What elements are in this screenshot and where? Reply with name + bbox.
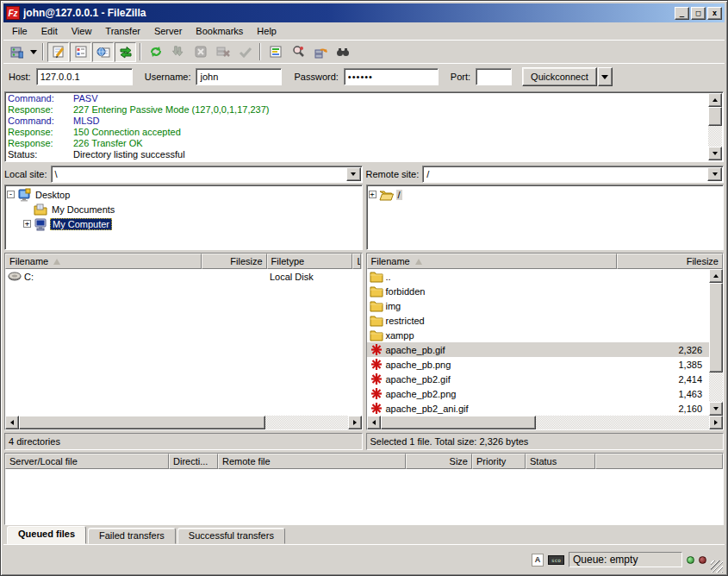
column-size[interactable]: Size bbox=[406, 454, 472, 469]
toggle-local-tree-button[interactable] bbox=[70, 42, 91, 62]
maximize-button[interactable]: □ bbox=[691, 7, 706, 20]
local-site-dropdown[interactable] bbox=[346, 167, 361, 181]
menu-help[interactable]: Help bbox=[250, 24, 283, 38]
column-filetype[interactable]: Filetype bbox=[267, 254, 353, 269]
resize-grip[interactable] bbox=[711, 560, 723, 573]
process-queue-button[interactable] bbox=[167, 42, 189, 62]
refresh-button[interactable] bbox=[145, 42, 166, 62]
remote-site-combo[interactable]: / bbox=[422, 166, 724, 183]
scroll-up-button[interactable] bbox=[709, 269, 723, 283]
column-filename[interactable]: Filename bbox=[5, 254, 202, 269]
remote-list-header: Filename Filesize bbox=[367, 254, 724, 269]
column-filename[interactable]: Filename bbox=[367, 254, 617, 269]
tab-successful-transfers[interactable]: Successful transfers bbox=[177, 528, 285, 544]
selected-tree-label[interactable]: My Computer bbox=[50, 218, 112, 230]
site-manager-button[interactable] bbox=[5, 42, 27, 62]
site-manager-dropdown[interactable] bbox=[28, 42, 39, 62]
column-filesize[interactable]: Filesize bbox=[202, 254, 267, 269]
username-input[interactable] bbox=[196, 68, 282, 85]
main-split: Local site: \ - Desktop bbox=[3, 162, 725, 450]
column-remote-file[interactable]: Remote file bbox=[218, 454, 406, 469]
queue-body[interactable] bbox=[5, 469, 723, 524]
toggle-message-log-button[interactable] bbox=[47, 42, 69, 62]
remote-site-dropdown[interactable] bbox=[707, 167, 722, 181]
menu-bookmarks[interactable]: Bookmarks bbox=[189, 24, 250, 38]
activity-led-red-icon bbox=[699, 556, 706, 564]
tree-item-my-documents[interactable]: My Documents bbox=[7, 202, 360, 216]
scroll-left-button[interactable] bbox=[367, 416, 381, 429]
local-file-row[interactable]: C: Local Disk bbox=[5, 269, 362, 284]
tree-item-my-computer[interactable]: + My Computer bbox=[7, 216, 360, 231]
local-site-bar: Local site: \ bbox=[4, 165, 363, 184]
port-input[interactable] bbox=[476, 68, 512, 85]
remote-file-row[interactable]: apache_pb2_ani.gif 2,160 bbox=[367, 401, 710, 416]
synchronized-browsing-button[interactable] bbox=[309, 42, 331, 62]
remote-file-row[interactable]: apache_pb.png 1,385 bbox=[367, 357, 710, 372]
menu-view[interactable]: View bbox=[65, 24, 99, 38]
expand-icon[interactable]: + bbox=[369, 191, 376, 198]
scrollbar-thumb[interactable] bbox=[709, 283, 723, 373]
toggle-transfer-queue-button[interactable] bbox=[115, 42, 136, 62]
menu-file[interactable]: File bbox=[5, 24, 34, 38]
tree-item-desktop[interactable]: - Desktop bbox=[7, 187, 360, 202]
compare-directories-button[interactable] bbox=[332, 42, 353, 62]
toggle-remote-tree-button[interactable] bbox=[92, 42, 114, 62]
image-file-icon bbox=[370, 373, 383, 385]
menu-server[interactable]: Server bbox=[147, 24, 189, 38]
local-site-combo[interactable]: \ bbox=[51, 166, 363, 183]
remote-file-row[interactable]: apache_pb2.gif 2,414 bbox=[367, 372, 710, 386]
tree-item-root[interactable]: + / bbox=[369, 187, 722, 202]
remote-file-row-selected[interactable]: apache_pb.gif 2,326 bbox=[367, 342, 710, 357]
scrollbar-thumb[interactable] bbox=[708, 107, 722, 126]
minimize-button[interactable]: _ bbox=[675, 7, 689, 20]
find-files-button[interactable] bbox=[287, 42, 308, 62]
remote-dir-row[interactable]: .. bbox=[367, 269, 710, 284]
password-input[interactable] bbox=[344, 68, 439, 85]
column-priority[interactable]: Priority bbox=[472, 454, 526, 469]
scroll-down-button[interactable] bbox=[708, 147, 722, 160]
scrollbar-thumb[interactable] bbox=[381, 416, 536, 429]
tab-failed-transfers[interactable]: Failed transfers bbox=[88, 528, 176, 544]
local-list-body[interactable]: C: Local Disk bbox=[5, 269, 362, 416]
scroll-left-button[interactable] bbox=[5, 416, 19, 429]
scroll-right-button[interactable] bbox=[709, 416, 723, 429]
remote-dir-row[interactable]: img bbox=[367, 298, 710, 313]
quickconnect-dropdown[interactable] bbox=[598, 67, 613, 86]
cancel-operation-button[interactable] bbox=[190, 42, 211, 62]
tab-queued-files[interactable]: Queued files bbox=[7, 526, 86, 544]
local-tree[interactable]: - Desktop My Documents + bbox=[4, 185, 363, 250]
transfer-type-indicator-icon[interactable]: A bbox=[532, 554, 544, 567]
scrollbar-thumb[interactable] bbox=[19, 416, 265, 429]
log-vertical-scrollbar[interactable] bbox=[708, 93, 722, 160]
remote-dir-row[interactable]: restricted bbox=[367, 313, 710, 328]
titlebar[interactable]: Fz john@127.0.0.1 - FileZilla _ □ x bbox=[3, 3, 725, 22]
host-input[interactable] bbox=[36, 68, 133, 85]
menu-transfer[interactable]: Transfer bbox=[98, 24, 147, 38]
collapse-icon[interactable]: - bbox=[7, 191, 15, 198]
remote-dir-row[interactable]: forbidden bbox=[367, 284, 710, 298]
menu-edit[interactable]: Edit bbox=[34, 24, 65, 38]
remote-list-body[interactable]: .. forbidden img bbox=[367, 269, 710, 416]
column-server-local-file[interactable]: Server/Local file bbox=[5, 454, 169, 469]
message-log[interactable]: Command:PASV Response:227 Entering Passi… bbox=[4, 91, 724, 162]
column-status[interactable]: Status bbox=[526, 454, 595, 469]
filter-button[interactable] bbox=[264, 42, 286, 62]
scroll-right-button[interactable] bbox=[348, 416, 362, 429]
column-filesize[interactable]: Filesize bbox=[617, 254, 724, 269]
close-button[interactable]: x bbox=[707, 7, 722, 20]
local-horizontal-scrollbar[interactable] bbox=[5, 416, 362, 429]
remote-dir-row[interactable]: xampp bbox=[367, 328, 710, 342]
remote-file-row[interactable]: apache_pb2.png 1,463 bbox=[367, 386, 710, 401]
encryption-indicator-icon[interactable]: sco bbox=[548, 555, 564, 565]
column-truncated[interactable]: L bbox=[352, 254, 361, 269]
column-direction[interactable]: Directi... bbox=[169, 454, 218, 469]
scroll-down-button[interactable] bbox=[709, 402, 723, 416]
remote-horizontal-scrollbar[interactable] bbox=[367, 416, 724, 429]
scroll-up-button[interactable] bbox=[708, 93, 722, 107]
disconnect-button[interactable] bbox=[212, 42, 233, 62]
remote-vertical-scrollbar[interactable] bbox=[709, 269, 723, 416]
expand-icon[interactable]: + bbox=[23, 220, 31, 228]
remote-tree[interactable]: + / bbox=[366, 185, 725, 250]
quickconnect-button[interactable]: Quickconnect bbox=[522, 67, 597, 86]
reconnect-button[interactable] bbox=[234, 42, 256, 62]
